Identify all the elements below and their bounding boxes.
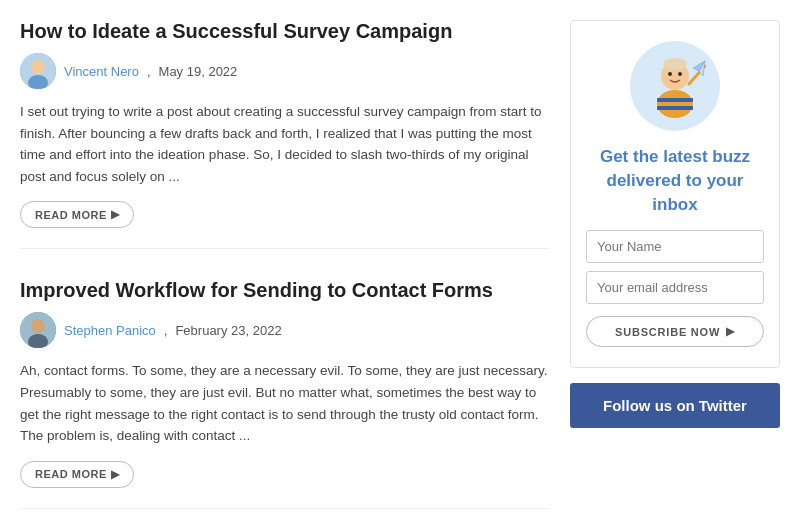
article-1: How to Ideate a Successful Survey Campai… <box>20 20 550 249</box>
read-more-arrow-2: ▶ <box>111 468 120 481</box>
svg-rect-8 <box>657 106 693 110</box>
subscribe-button[interactable]: SUBSCRIBE NOW ▶ <box>586 316 764 347</box>
article-2: Improved Workflow for Sending to Contact… <box>20 279 550 508</box>
svg-point-6 <box>657 90 693 118</box>
newsletter-box: Get the latest buzz delivered to your in… <box>570 20 780 368</box>
main-content: How to Ideate a Successful Survey Campai… <box>20 20 550 530</box>
avatar-stephen <box>20 312 56 348</box>
article-1-title: How to Ideate a Successful Survey Campai… <box>20 20 550 43</box>
svg-point-10 <box>663 58 687 70</box>
avatar-vincent <box>20 53 56 89</box>
article-1-read-more[interactable]: READ MORE ▶ <box>20 201 134 228</box>
article-2-date: February 23, 2022 <box>175 323 281 338</box>
article-2-body: Ah, contact forms. To some, they are a n… <box>20 360 550 446</box>
twitter-follow-button[interactable]: Follow us on Twitter <box>570 383 780 428</box>
article-2-title: Improved Workflow for Sending to Contact… <box>20 279 550 302</box>
article-2-separator: , <box>164 323 168 338</box>
subscribe-arrow: ▶ <box>726 325 735 338</box>
sidebar: Get the latest buzz delivered to your in… <box>570 20 780 530</box>
email-input[interactable] <box>586 271 764 304</box>
article-1-date: May 19, 2022 <box>159 64 238 79</box>
svg-point-11 <box>668 72 672 76</box>
newsletter-headline: Get the latest buzz delivered to your in… <box>586 145 764 216</box>
svg-rect-7 <box>657 98 693 102</box>
svg-point-1 <box>31 60 45 74</box>
svg-point-4 <box>31 319 45 333</box>
read-more-arrow-1: ▶ <box>111 208 120 221</box>
article-1-meta: Vincent Nero , May 19, 2022 <box>20 53 550 89</box>
newsletter-illustration <box>630 41 720 131</box>
article-1-body: I set out trying to write a post about c… <box>20 101 550 187</box>
article-2-read-more[interactable]: READ MORE ▶ <box>20 461 134 488</box>
article-2-meta: Stephen Panico , February 23, 2022 <box>20 312 550 348</box>
name-input[interactable] <box>586 230 764 263</box>
svg-point-12 <box>678 72 682 76</box>
article-2-author: Stephen Panico <box>64 323 156 338</box>
article-1-author: Vincent Nero <box>64 64 139 79</box>
article-1-separator: , <box>147 64 151 79</box>
